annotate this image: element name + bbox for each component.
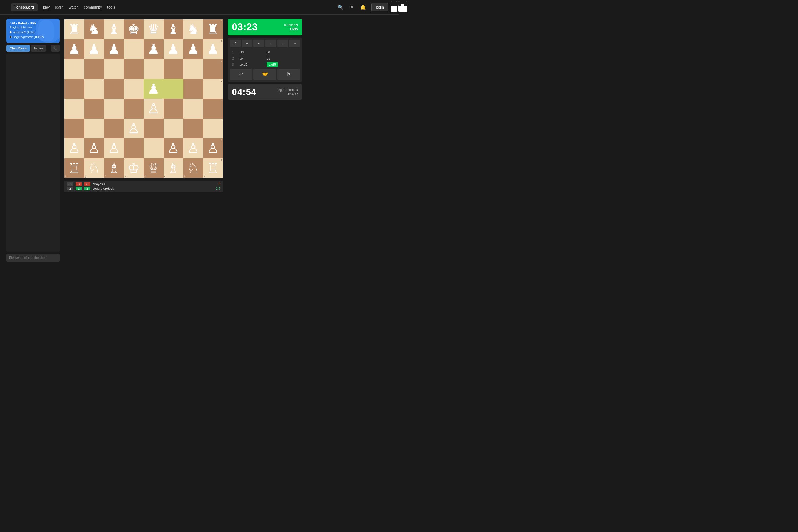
square[interactable]: ♙ bbox=[144, 99, 164, 119]
timer-top-display: 03:23 bbox=[232, 22, 258, 33]
nav-learn[interactable]: learn bbox=[55, 5, 63, 9]
square[interactable] bbox=[64, 99, 84, 119]
square[interactable] bbox=[64, 119, 84, 138]
square[interactable] bbox=[84, 79, 104, 99]
first-move-button[interactable]: « bbox=[253, 40, 264, 47]
square[interactable]: ♟ bbox=[144, 79, 164, 99]
square[interactable] bbox=[84, 99, 104, 119]
move-row: 3exd5cxd5 bbox=[230, 61, 300, 68]
file-label: a bbox=[204, 175, 205, 178]
square[interactable]: ♛ bbox=[144, 19, 164, 39]
square[interactable]: ♙ bbox=[164, 138, 184, 158]
nav-watch[interactable]: watch bbox=[69, 5, 79, 9]
square[interactable]: ♖1a bbox=[203, 158, 223, 178]
square[interactable] bbox=[144, 59, 164, 79]
square[interactable]: ♘b bbox=[183, 158, 203, 178]
undo-button[interactable]: ↩ bbox=[230, 69, 252, 80]
square[interactable] bbox=[164, 99, 184, 119]
last-move-button[interactable]: » bbox=[289, 40, 300, 47]
square[interactable] bbox=[183, 59, 203, 79]
square[interactable] bbox=[104, 59, 124, 79]
square[interactable]: ♙ bbox=[104, 138, 124, 158]
chat-input[interactable] bbox=[6, 254, 60, 262]
square[interactable] bbox=[104, 119, 124, 138]
square[interactable] bbox=[124, 138, 144, 158]
square[interactable] bbox=[124, 79, 144, 99]
rotate-button[interactable]: ↺ bbox=[230, 40, 241, 47]
move-white[interactable]: e4 bbox=[238, 55, 264, 61]
square[interactable] bbox=[183, 119, 203, 138]
square[interactable] bbox=[144, 138, 164, 158]
handshake-button[interactable]: 🤝 bbox=[253, 69, 276, 80]
search-button[interactable]: 🔍 bbox=[337, 3, 344, 11]
square[interactable]: ♜ bbox=[64, 19, 84, 39]
move-black[interactable]: cxd5 bbox=[264, 61, 300, 68]
square[interactable] bbox=[64, 59, 84, 79]
square[interactable] bbox=[164, 79, 184, 99]
square[interactable]: ♟ bbox=[164, 39, 184, 59]
chat-room-tab[interactable]: Chat Room bbox=[6, 45, 30, 52]
square[interactable]: 6 bbox=[203, 59, 223, 79]
square[interactable]: ♟7 bbox=[203, 39, 223, 59]
notifications-button[interactable]: 🔔 bbox=[359, 3, 367, 11]
square[interactable]: ♟ bbox=[84, 39, 104, 59]
square[interactable]: ♙ bbox=[183, 138, 203, 158]
square[interactable]: ♙2 bbox=[203, 138, 223, 158]
prev-move-button[interactable]: ‹ bbox=[265, 40, 277, 47]
phone-button[interactable]: 📞 bbox=[51, 45, 60, 52]
square[interactable]: ♙ bbox=[64, 138, 84, 158]
square[interactable] bbox=[124, 59, 144, 79]
move-black[interactable]: d5 bbox=[264, 55, 300, 61]
site-logo[interactable]: lichess.org bbox=[11, 3, 38, 11]
square[interactable]: 4 bbox=[203, 99, 223, 119]
square[interactable]: ♟ bbox=[64, 39, 84, 59]
flag-button[interactable]: ⚑ bbox=[278, 69, 300, 80]
square[interactable]: ♞ bbox=[183, 19, 203, 39]
square[interactable] bbox=[84, 59, 104, 79]
close-button[interactable]: ✕ bbox=[349, 3, 355, 11]
square[interactable]: ♟ bbox=[183, 39, 203, 59]
square[interactable]: ♘g bbox=[84, 158, 104, 178]
square[interactable]: ♙ bbox=[84, 138, 104, 158]
move-white[interactable]: exd5 bbox=[238, 61, 264, 68]
notes-tab[interactable]: Notes bbox=[31, 45, 46, 52]
square[interactable] bbox=[64, 79, 84, 99]
square[interactable]: ♚ bbox=[124, 19, 144, 39]
square[interactable]: ♔e bbox=[124, 158, 144, 178]
move-white[interactable]: d3 bbox=[238, 49, 264, 55]
square[interactable]: ♗c bbox=[164, 158, 184, 178]
square[interactable]: ♖h bbox=[64, 158, 84, 178]
square[interactable] bbox=[124, 39, 144, 59]
rank-label: 5 bbox=[221, 79, 222, 82]
square[interactable] bbox=[84, 119, 104, 138]
add-button[interactable]: + bbox=[242, 40, 253, 47]
square[interactable] bbox=[183, 79, 203, 99]
square[interactable]: ♟ bbox=[144, 39, 164, 59]
login-button[interactable]: login bbox=[371, 3, 388, 11]
square[interactable] bbox=[104, 99, 124, 119]
square[interactable]: ♙ bbox=[124, 119, 144, 138]
square[interactable]: ♞ bbox=[84, 19, 104, 39]
board-stats: .5 0 0 alrayes99 .5 .5 1 1 segura-grotes… bbox=[64, 180, 224, 192]
square[interactable]: ♝ bbox=[104, 19, 124, 39]
next-move-button[interactable]: › bbox=[278, 40, 288, 47]
nav-tools[interactable]: tools bbox=[107, 5, 115, 9]
square[interactable] bbox=[183, 99, 203, 119]
square[interactable]: ♟ bbox=[104, 39, 124, 59]
square[interactable]: ♝ bbox=[164, 19, 184, 39]
square[interactable] bbox=[164, 119, 184, 138]
square[interactable] bbox=[164, 59, 184, 79]
square[interactable] bbox=[104, 79, 124, 99]
move-black[interactable]: c6 bbox=[264, 49, 300, 55]
square[interactable]: ♗f bbox=[104, 158, 124, 178]
square[interactable] bbox=[144, 119, 164, 138]
nav-community[interactable]: community bbox=[84, 5, 102, 9]
square[interactable] bbox=[124, 99, 144, 119]
square[interactable]: ♕d bbox=[144, 158, 164, 178]
square[interactable]: 5 bbox=[203, 79, 223, 99]
nav-play[interactable]: play bbox=[43, 5, 50, 9]
rank-label: 4 bbox=[221, 99, 222, 102]
board-container: ♜♞♝♚♛♝♞♜8♟♟♟♟♟♟♟76♟5♙4♙3♙♙♙♙♙♙2♖h♘g♗f♔e♕… bbox=[64, 19, 224, 262]
square[interactable]: 3 bbox=[203, 119, 223, 138]
square[interactable]: ♜8 bbox=[203, 19, 223, 39]
